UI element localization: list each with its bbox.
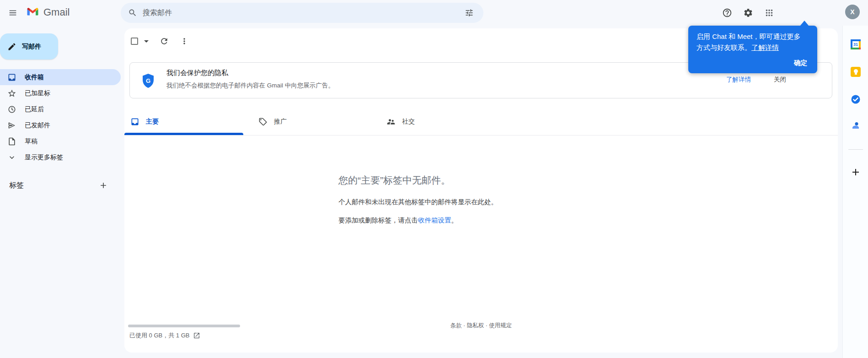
calendar-icon: 31 bbox=[851, 39, 861, 49]
sidebar-item-inbox[interactable]: 收件箱 bbox=[0, 69, 121, 85]
account-avatar[interactable]: X bbox=[845, 5, 860, 19]
tab-label: 推广 bbox=[274, 118, 287, 126]
sidebar-item-label: 已加星标 bbox=[25, 89, 50, 98]
plus-icon bbox=[99, 181, 108, 190]
chevron-down-icon bbox=[7, 153, 16, 162]
tune-icon bbox=[465, 8, 474, 17]
add-addon-button[interactable] bbox=[850, 167, 861, 178]
app-title: Gmail bbox=[43, 6, 70, 18]
compose-button[interactable]: 写邮件 bbox=[0, 33, 58, 60]
promo-line2-prefix: 方式与好友联系。 bbox=[697, 43, 751, 51]
plus-icon bbox=[850, 167, 861, 178]
inbox-icon bbox=[7, 73, 16, 82]
inbox-tab-icon bbox=[130, 117, 139, 126]
promo-line1: 启用 Chat 和 Meet，即可通过更多 bbox=[697, 33, 801, 41]
empty-state: 您的“主要”标签中无邮件。 个人邮件和未出现在其他标签中的邮件将显示在此处。 要… bbox=[338, 174, 498, 234]
tab-label: 主要 bbox=[146, 118, 159, 126]
google-apps-button[interactable] bbox=[760, 4, 778, 22]
sidebar-item-sent[interactable]: 已发邮件 bbox=[0, 117, 121, 133]
footer-terms[interactable]: 条款 · 隐私权 · 使用规定 bbox=[124, 322, 838, 330]
tab-promotions[interactable]: 推广 bbox=[252, 108, 380, 135]
privacy-dismiss-link[interactable]: 关闭 bbox=[774, 76, 786, 84]
keep-button[interactable] bbox=[850, 66, 861, 77]
gmail-m-icon bbox=[26, 7, 40, 18]
empty-state-line1: 个人邮件和未出现在其他标签中的邮件将显示在此处。 bbox=[338, 198, 498, 206]
privacy-banner-body: 我们绝不会根据您的电子邮件内容在 Gmail 中向您展示广告。 bbox=[166, 81, 334, 90]
calendar-button[interactable]: 31 bbox=[850, 39, 861, 50]
side-panel: 31 bbox=[842, 26, 868, 358]
privacy-learn-more-link[interactable]: 了解详情 bbox=[726, 76, 751, 84]
refresh-button[interactable] bbox=[155, 32, 173, 50]
help-icon bbox=[722, 8, 732, 18]
tab-social[interactable]: 社交 bbox=[380, 108, 509, 135]
chat-meet-promo-tooltip: 启用 Chat 和 Meet，即可通过更多 方式与好友联系。了解详情 确定 bbox=[688, 26, 817, 73]
top-bar: Gmail X bbox=[0, 0, 868, 26]
empty-state-line2: 要添加或删除标签，请点击收件箱设置。 bbox=[338, 216, 498, 225]
tasks-button[interactable] bbox=[850, 94, 861, 105]
sidebar-item-label: 已延后 bbox=[25, 105, 44, 114]
sidebar-item-label: 收件箱 bbox=[25, 73, 44, 81]
promo-tooltip-arrow bbox=[800, 21, 809, 26]
pencil-icon bbox=[7, 42, 16, 51]
sidebar-item-label: 已发邮件 bbox=[25, 121, 50, 130]
mail-list-panel: G 我们会保护您的隐私 我们绝不会根据您的电子邮件内容在 Gmail 中向您展示… bbox=[124, 28, 838, 353]
search-options-button[interactable] bbox=[461, 5, 477, 21]
select-dropdown-caret[interactable] bbox=[144, 40, 149, 43]
sidebar-nav: 收件箱 已加星标 已延后 已发邮件 草稿 显示更多标签 bbox=[0, 69, 121, 165]
people-icon bbox=[386, 117, 396, 126]
sidebar-item-more-labels[interactable]: 显示更多标签 bbox=[0, 149, 121, 165]
more-options-button[interactable] bbox=[175, 32, 193, 50]
sidebar-item-starred[interactable]: 已加星标 bbox=[0, 85, 121, 101]
tab-label: 社交 bbox=[402, 118, 415, 126]
promo-confirm-button[interactable]: 确定 bbox=[794, 59, 807, 67]
tag-icon bbox=[258, 117, 268, 126]
tasks-icon bbox=[850, 94, 861, 105]
storage-quota: 已使用 0 GB，共 1 GB bbox=[129, 331, 200, 340]
search-bar[interactable] bbox=[121, 3, 483, 23]
promo-learn-more-link[interactable]: 了解详情 bbox=[751, 43, 779, 51]
svg-text:G: G bbox=[146, 77, 150, 84]
gear-icon bbox=[743, 8, 753, 18]
open-in-new-icon[interactable] bbox=[193, 332, 200, 339]
support-button[interactable] bbox=[718, 4, 736, 22]
google-shield-icon: G bbox=[141, 73, 155, 89]
settings-button[interactable] bbox=[739, 4, 757, 22]
draft-icon bbox=[7, 137, 16, 146]
labels-section-title: 标签 bbox=[9, 181, 24, 190]
privacy-banner-title: 我们会保护您的隐私 bbox=[166, 69, 228, 77]
clock-icon bbox=[7, 105, 16, 114]
empty-state-line2-prefix: 要添加或删除标签，请点击 bbox=[338, 217, 418, 224]
sidebar-item-drafts[interactable]: 草稿 bbox=[0, 133, 121, 149]
inbox-tabs: 主要 推广 社交 bbox=[124, 108, 838, 136]
create-label-button[interactable] bbox=[98, 180, 109, 191]
sidebar-item-label: 草稿 bbox=[25, 137, 38, 146]
refresh-icon bbox=[160, 37, 169, 46]
tab-primary[interactable]: 主要 bbox=[124, 108, 252, 135]
privacy-banner-actions: 了解详情 关闭 bbox=[726, 76, 786, 84]
search-input[interactable] bbox=[143, 9, 461, 17]
apps-grid-icon bbox=[764, 8, 774, 18]
contacts-button[interactable] bbox=[850, 120, 861, 131]
inbox-settings-link[interactable]: 收件箱设置 bbox=[418, 217, 451, 224]
labels-section: 标签 bbox=[0, 178, 121, 193]
hamburger-icon bbox=[8, 8, 18, 18]
star-icon bbox=[7, 89, 16, 98]
gmail-app: Gmail X 写邮件 bbox=[0, 0, 868, 358]
side-panel-divider bbox=[848, 149, 863, 150]
avatar-initial: X bbox=[850, 8, 854, 16]
storage-usage-text: 已使用 0 GB，共 1 GB bbox=[129, 331, 189, 340]
search-icon bbox=[128, 8, 137, 17]
send-icon bbox=[7, 121, 16, 130]
contacts-icon bbox=[850, 120, 861, 131]
sidebar-item-label: 显示更多标签 bbox=[25, 153, 63, 162]
main-menu-button[interactable] bbox=[4, 4, 22, 22]
empty-state-line2-suffix: 。 bbox=[451, 217, 458, 224]
select-all-checkbox[interactable] bbox=[131, 38, 138, 45]
keep-icon bbox=[851, 67, 861, 77]
gmail-logo[interactable]: Gmail bbox=[26, 6, 70, 18]
left-sidebar: 写邮件 收件箱 已加星标 已延后 已发邮件 草稿 bbox=[0, 26, 121, 358]
compose-label: 写邮件 bbox=[22, 43, 41, 51]
promo-line2: 方式与好友联系。了解详情 bbox=[697, 43, 779, 52]
more-vert-icon bbox=[180, 37, 189, 46]
sidebar-item-snoozed[interactable]: 已延后 bbox=[0, 101, 121, 117]
